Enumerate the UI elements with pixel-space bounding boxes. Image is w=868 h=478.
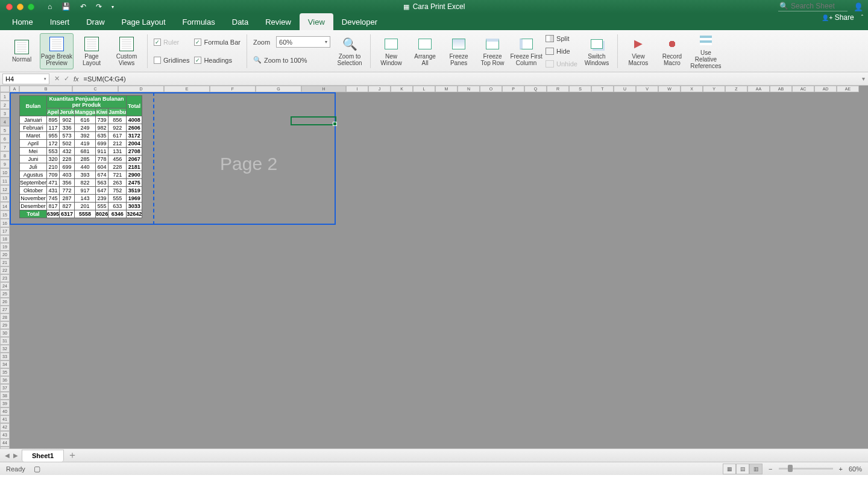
column-header-D[interactable]: D xyxy=(118,86,164,92)
tab-insert[interactable]: Insert xyxy=(42,13,78,30)
record-macro-button[interactable]: ⏺Record Macro xyxy=(655,33,689,69)
zoom-in-button[interactable]: + xyxy=(839,465,843,473)
zoom-slider[interactable] xyxy=(779,468,833,470)
page-break-line[interactable] xyxy=(153,92,154,225)
row-header-20[interactable]: 20 xyxy=(0,251,10,259)
switch-windows-button[interactable]: Switch Windows xyxy=(580,33,614,69)
freeze-first-column-button[interactable]: Freeze First Column xyxy=(509,33,543,69)
row-header-16[interactable]: 16 xyxy=(0,219,10,227)
save-icon[interactable]: 💾 xyxy=(61,2,71,11)
row-header-43[interactable]: 43 xyxy=(0,431,10,439)
row-header-24[interactable]: 24 xyxy=(0,282,10,290)
zoom-window-button[interactable] xyxy=(28,4,34,10)
column-header-AD[interactable]: AD xyxy=(814,86,837,92)
column-header-Y[interactable]: Y xyxy=(703,86,725,92)
close-window-button[interactable] xyxy=(6,4,13,10)
column-header-B[interactable]: B xyxy=(19,86,72,92)
row-header-41[interactable]: 41 xyxy=(0,415,10,423)
custom-views-button[interactable]: Custom Views xyxy=(110,33,143,69)
row-headers[interactable]: 1234567891011121314151617181920212223242… xyxy=(0,92,10,448)
row-header-38[interactable]: 38 xyxy=(0,392,10,400)
column-header-E[interactable]: E xyxy=(164,86,210,92)
column-header-T[interactable]: T xyxy=(591,86,614,92)
row-header-42[interactable]: 42 xyxy=(0,423,10,431)
column-header-N[interactable]: N xyxy=(458,86,480,92)
expand-formula-bar-icon[interactable]: ▾ xyxy=(858,75,868,82)
column-header-Z[interactable]: Z xyxy=(725,86,747,92)
zoom-out-button[interactable]: − xyxy=(769,465,772,473)
column-header-V[interactable]: V xyxy=(636,86,658,92)
sheet-tab-sheet1[interactable]: Sheet1 xyxy=(22,450,64,462)
row-header-14[interactable]: 14 xyxy=(0,202,10,210)
row-header-21[interactable]: 21 xyxy=(0,259,10,266)
row-header-28[interactable]: 28 xyxy=(0,313,10,321)
row-header-13[interactable]: 13 xyxy=(0,193,10,202)
gridlines-checkbox[interactable]: Gridlines xyxy=(154,55,189,66)
normal-view-button[interactable]: Normal xyxy=(5,33,39,69)
column-header-M[interactable]: M xyxy=(435,86,458,92)
macro-record-status-icon[interactable]: ▢ xyxy=(34,465,40,473)
formula-input[interactable]: =SUM(C4:G4) xyxy=(81,75,858,83)
column-header-A[interactable]: A xyxy=(10,86,19,92)
column-header-H[interactable]: H xyxy=(301,86,346,92)
user-icon[interactable]: 👤 xyxy=(854,2,863,11)
name-box[interactable]: H4▾ xyxy=(2,74,49,84)
tab-home[interactable]: Home xyxy=(4,13,42,30)
tab-developer[interactable]: Developer xyxy=(333,13,386,30)
qat-customize-icon[interactable]: ▾ xyxy=(112,4,114,10)
row-header-30[interactable]: 30 xyxy=(0,329,10,337)
row-header-1[interactable]: 1 xyxy=(0,92,10,101)
hide-button[interactable]: Hide xyxy=(546,46,577,57)
split-button[interactable]: Split xyxy=(546,33,577,44)
row-header-25[interactable]: 25 xyxy=(0,290,10,298)
new-window-button[interactable]: New Window xyxy=(374,33,408,69)
column-header-F[interactable]: F xyxy=(210,86,256,92)
column-header-K[interactable]: K xyxy=(391,86,413,92)
row-header-12[interactable]: 12 xyxy=(0,185,10,193)
sheet-nav-next[interactable]: ▶ xyxy=(13,452,18,459)
row-header-19[interactable]: 19 xyxy=(0,243,10,251)
column-headers[interactable]: ABCDEFGHIJKLMNOPQRSTUVWXYZAAABACADAE xyxy=(10,86,859,92)
arrange-all-button[interactable]: Arrange All xyxy=(408,33,442,69)
column-header-AA[interactable]: AA xyxy=(747,86,770,92)
column-header-AE[interactable]: AE xyxy=(837,86,859,92)
row-header-15[interactable]: 15 xyxy=(0,210,10,219)
row-header-32[interactable]: 32 xyxy=(0,345,10,353)
row-header-22[interactable]: 22 xyxy=(0,266,10,274)
tab-review[interactable]: Review xyxy=(257,13,300,30)
column-header-L[interactable]: L xyxy=(413,86,435,92)
row-header-10[interactable]: 10 xyxy=(0,168,10,177)
tab-data[interactable]: Data xyxy=(224,13,257,30)
row-header-33[interactable]: 33 xyxy=(0,353,10,360)
page-layout-view-button[interactable]: Page Layout xyxy=(75,33,108,69)
row-header-34[interactable]: 34 xyxy=(0,360,10,368)
row-header-8[interactable]: 8 xyxy=(0,151,10,160)
column-header-X[interactable]: X xyxy=(681,86,703,92)
column-header-P[interactable]: P xyxy=(502,86,524,92)
column-header-I[interactable]: I xyxy=(346,86,368,92)
zoom-to-selection-button[interactable]: 🔍Zoom to Selection xyxy=(333,33,366,69)
column-header-J[interactable]: J xyxy=(368,86,391,92)
view-macros-button[interactable]: ▶View Macros xyxy=(621,33,655,69)
column-header-C[interactable]: C xyxy=(72,86,118,92)
confirm-formula-icon[interactable]: ✓ xyxy=(61,75,71,83)
fx-icon[interactable]: fx xyxy=(74,75,79,83)
formula-bar-checkbox[interactable]: Formula Bar xyxy=(194,37,241,48)
row-header-29[interactable]: 29 xyxy=(0,321,10,329)
row-header-4[interactable]: 4 xyxy=(0,118,10,126)
zoom-100-button[interactable]: 🔍Zoom to 100% xyxy=(253,55,330,66)
normal-view-icon[interactable]: ▦ xyxy=(723,464,736,474)
column-header-O[interactable]: O xyxy=(480,86,502,92)
spreadsheet-grid[interactable]: ABCDEFGHIJKLMNOPQRSTUVWXYZAAABACADAE 123… xyxy=(0,86,868,448)
row-header-2[interactable]: 2 xyxy=(0,101,10,109)
column-header-AB[interactable]: AB xyxy=(770,86,792,92)
sheet-nav-prev[interactable]: ◀ xyxy=(5,452,10,459)
row-header-39[interactable]: 39 xyxy=(0,400,10,407)
add-sheet-button[interactable]: ＋ xyxy=(68,449,77,462)
column-header-U[interactable]: U xyxy=(614,86,636,92)
row-header-44[interactable]: 44 xyxy=(0,439,10,447)
search-sheet-box[interactable]: 🔍 xyxy=(778,2,848,11)
row-header-23[interactable]: 23 xyxy=(0,274,10,282)
column-header-W[interactable]: W xyxy=(658,86,681,92)
select-all-corner[interactable] xyxy=(0,86,10,92)
